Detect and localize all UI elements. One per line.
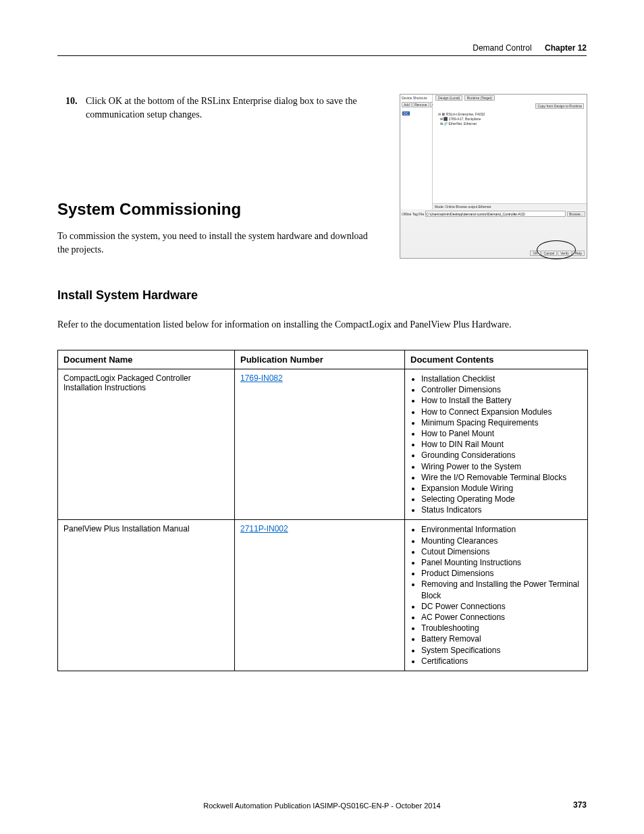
verify-button[interactable]: Verify (558, 251, 572, 256)
tree-node-1[interactable]: RSLinx Enterprise, FA032 (446, 112, 485, 116)
commission-paragraph: To commission the system, you need to in… (57, 230, 375, 256)
content-item: Expansion Module Wiring (421, 483, 582, 494)
pub-link[interactable]: 2711P-IN002 (240, 524, 288, 533)
table-row: PanelView Plus Installation Manual2711P-… (58, 520, 588, 671)
page-number: 373 (573, 800, 587, 810)
browse-button[interactable]: Browse... (567, 211, 585, 217)
content-item: Wire the I/O Removable Terminal Blocks (421, 472, 582, 483)
add-button[interactable]: Add (402, 102, 412, 107)
tree-node-3[interactable]: EtherNet, Ethernet (449, 122, 477, 126)
page-header: Demand Control Chapter 12 (57, 43, 587, 56)
shortcuts-tab: Device Shortcuts (402, 96, 427, 100)
content-item: Controller Dimensions (421, 384, 582, 395)
table-row: CompactLogix Packaged Controller Install… (58, 369, 588, 520)
step-10: 10. Click OK at the bottom of the RSLinx… (65, 95, 386, 121)
offline-tag-row: Offline Tag File Browse... (402, 211, 585, 217)
content-item: Wiring Power to the System (421, 461, 582, 472)
refer-paragraph: Refer to the documentation listed below … (57, 318, 584, 332)
page-footer: Rockwell Automation Publication IASIMP-Q… (57, 802, 587, 810)
design-local-tab[interactable]: Design (Local) (435, 95, 462, 101)
content-item: Mounting Clearances (421, 536, 582, 546)
shortcuts-panel: Device Shortcuts Add Remove Apply DC (400, 95, 433, 209)
shortcut-selected[interactable]: DC (402, 111, 410, 115)
content-item: Troubleshooting (421, 623, 582, 633)
install-hardware-heading: Install System Hardware (57, 288, 198, 303)
content-item: Certifications (421, 656, 582, 667)
offline-tag-label: Offline Tag File (402, 212, 424, 216)
col-doc-name: Document Name (58, 350, 235, 369)
step-text: Click OK at the bottom of the RSLinx Ent… (86, 95, 386, 121)
pub-link[interactable]: 1769-IN082 (240, 373, 283, 383)
rslinx-dialog-screenshot: Device Shortcuts Add Remove Apply DC Des… (400, 94, 587, 259)
content-item: Status Indicators (421, 504, 582, 515)
content-item: How to Install the Battery (421, 395, 582, 406)
ok-highlight-oval (537, 240, 576, 259)
device-tree[interactable]: ⊟ 🖥 RSLinx Enterprise, FA032 ⊞ ⬛ 1789-A1… (438, 112, 485, 126)
content-item: Minimum Spacing Requirements (421, 417, 582, 428)
mode-bar: Mode: Online Browse output Ethernet (433, 203, 587, 209)
table-header-row: Document Name Publication Number Documen… (58, 350, 588, 369)
step-number: 10. (65, 95, 86, 108)
doc-contents-cell: Installation ChecklistController Dimensi… (405, 369, 588, 520)
design-panel: Design (Local) Runtime (Target) Copy fro… (433, 95, 587, 209)
documentation-table: Document Name Publication Number Documen… (57, 350, 588, 671)
col-pub-number: Publication Number (235, 350, 405, 369)
doc-contents-cell: Environmental InformationMounting Cleara… (405, 520, 588, 671)
content-item: How to Panel Mount (421, 428, 582, 439)
pub-number-cell: 1769-IN082 (235, 369, 405, 520)
content-item: Environmental Information (421, 524, 582, 535)
doc-name-cell: PanelView Plus Installation Manual (58, 520, 235, 671)
content-item: Removing and Installing the Power Termin… (421, 579, 582, 600)
help-button[interactable]: Help (572, 251, 585, 256)
content-item: Selecting Operating Mode (421, 494, 582, 504)
doc-name-cell: CompactLogix Packaged Controller Install… (58, 369, 235, 520)
pub-number-cell: 2711P-IN002 (235, 520, 405, 671)
content-item: How to Connect Expansion Modules (421, 407, 582, 417)
system-commissioning-heading: System Commissioning (57, 200, 241, 219)
design-tabs: Design (Local) Runtime (Target) (435, 96, 495, 100)
content-item: DC Power Connections (421, 601, 582, 612)
runtime-target-tab[interactable]: Runtime (Target) (464, 95, 495, 101)
col-doc-contents: Document Contents (405, 350, 588, 369)
ok-button[interactable]: OK (530, 251, 540, 256)
content-item: Product Dimensions (421, 568, 582, 579)
tree-node-2[interactable]: 1789-A17, Backplane (449, 117, 481, 121)
dialog-footer-buttons: OK Cancel Verify Help (530, 251, 585, 256)
header-title: Demand Control (473, 43, 531, 53)
offline-tag-input[interactable] (425, 211, 566, 217)
content-item: Installation Checklist (421, 373, 582, 384)
copy-button[interactable]: Copy from Design to Runtime (535, 103, 584, 109)
content-item: AC Power Connections (421, 612, 582, 623)
content-item: Grounding Considerations (421, 450, 582, 461)
footer-publication: Rockwell Automation Publication IASIMP-Q… (203, 802, 440, 810)
content-item: Cutout Dimensions (421, 546, 582, 557)
content-item: How to DIN Rail Mount (421, 439, 582, 450)
content-item: System Specifications (421, 645, 582, 656)
content-item: Panel Mounting Instructions (421, 557, 582, 568)
cancel-button[interactable]: Cancel (541, 251, 558, 256)
remove-button[interactable]: Remove (412, 102, 429, 107)
content-item: Battery Removal (421, 633, 582, 644)
chapter-label: Chapter 12 (545, 43, 587, 53)
